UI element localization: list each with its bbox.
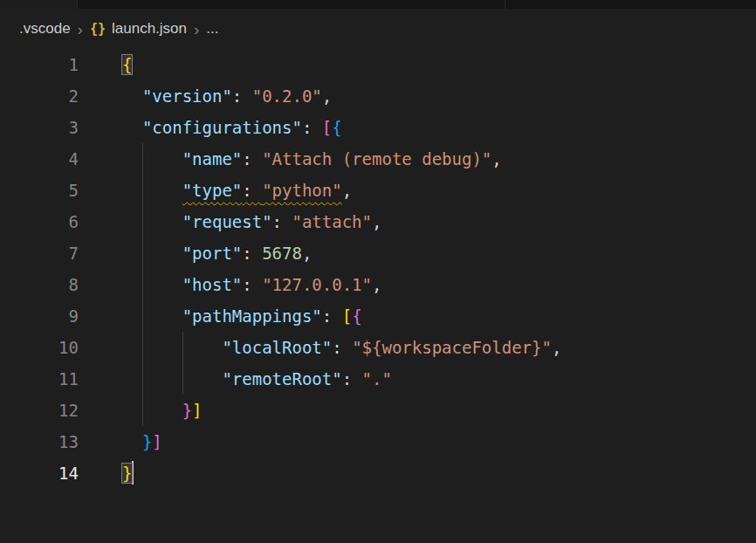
code-token: : [242, 275, 262, 294]
code-token: } [142, 432, 152, 451]
line-number[interactable]: 5 [0, 175, 79, 206]
chevron-right-icon: › [71, 21, 90, 38]
chevron-right-icon: › [187, 21, 206, 38]
line-number[interactable]: 10 [0, 332, 79, 363]
code-token [122, 401, 182, 420]
indent-guide [142, 269, 143, 300]
code-token: : [242, 181, 262, 200]
code-token: 5678 [262, 244, 302, 263]
code-token: , [322, 86, 332, 106]
line-number[interactable]: 8 [0, 269, 79, 300]
code-token: } [122, 464, 132, 483]
code-line-content: }] [122, 395, 203, 426]
code-token: : [242, 244, 262, 263]
line-number[interactable]: 4 [0, 143, 79, 175]
indent-guide [142, 175, 143, 206]
code-line[interactable]: 11 "remoteRoot": "." [0, 363, 756, 395]
indent-guide [182, 363, 183, 395]
indent-guide [142, 363, 143, 395]
indent-guide [142, 206, 143, 237]
code-token: , [302, 244, 312, 263]
line-number[interactable]: 9 [0, 300, 79, 332]
indent-guide [142, 143, 143, 175]
code-line-content: "version": "0.2.0", [122, 80, 332, 112]
code-token [122, 432, 142, 451]
code-line[interactable]: 9 "pathMappings": [{ [0, 300, 756, 332]
code-token [122, 181, 182, 200]
line-number[interactable]: 2 [0, 80, 79, 112]
code-line-content: "pathMappings": [{ [122, 300, 362, 332]
code-token: [ [342, 306, 352, 326]
code-token: { [122, 55, 132, 74]
line-number[interactable]: 12 [0, 395, 79, 426]
code-token [122, 118, 142, 137]
code-line-content: } [122, 457, 134, 489]
code-token: "0.2.0" [252, 86, 322, 106]
code-token [122, 149, 182, 168]
code-line[interactable]: 5 "type": "python", [0, 175, 756, 206]
code-token: "name" [182, 149, 243, 168]
code-token [122, 369, 222, 388]
code-line[interactable]: 1{ [0, 49, 756, 80]
line-number[interactable]: 7 [0, 237, 79, 269]
code-token: : [272, 212, 292, 231]
tab-bar [0, 0, 756, 9]
code-token: { [332, 118, 341, 137]
code-area[interactable]: 1{2 "version": "0.2.0",3 "configurations… [0, 49, 756, 489]
code-token: : [342, 369, 362, 388]
code-token: "type" [182, 181, 243, 200]
line-number[interactable]: 11 [0, 363, 79, 395]
breadcrumb: .vscode › {} launch.json › ... [0, 9, 756, 49]
code-line[interactable]: 3 "configurations": [{ [0, 112, 756, 143]
code-line[interactable]: 6 "request": "attach", [0, 206, 756, 237]
code-line[interactable]: 8 "host": "127.0.0.1", [0, 269, 756, 300]
code-line[interactable]: 10 "localRoot": "${workspaceFolder}", [0, 332, 756, 363]
code-line[interactable]: 14} [0, 457, 756, 489]
code-line-content: "configurations": [{ [122, 112, 342, 143]
line-number[interactable]: 6 [0, 206, 79, 237]
code-token: { [352, 306, 361, 326]
code-line[interactable]: 7 "port": 5678, [0, 237, 756, 269]
code-token: "remoteRoot" [222, 369, 341, 388]
indent-guide [182, 332, 183, 363]
code-line-content: "type": "python", [122, 175, 352, 206]
code-token: , [372, 212, 381, 231]
line-number[interactable]: 13 [0, 426, 79, 457]
code-line-content: "remoteRoot": "." [122, 363, 392, 395]
code-line[interactable]: 13 }] [0, 426, 756, 457]
code-token: , [342, 181, 352, 200]
code-token: "${workspaceFolder}" [352, 338, 552, 357]
line-number[interactable]: 3 [0, 112, 79, 143]
text-cursor [132, 461, 134, 485]
line-number[interactable]: 14 [0, 457, 79, 489]
code-line[interactable]: 4 "name": "Attach (remote debug)", [0, 143, 756, 175]
code-token: : [302, 118, 322, 137]
code-line[interactable]: 12 }] [0, 395, 756, 426]
code-line-content: { [122, 49, 132, 80]
code-token [122, 244, 182, 263]
code-token: "host" [182, 275, 243, 294]
code-token: ] [192, 401, 202, 420]
breadcrumb-folder[interactable]: .vscode [19, 20, 71, 38]
code-line[interactable]: 2 "version": "0.2.0", [0, 80, 756, 112]
code-token: "python" [262, 181, 342, 200]
code-token: "Attach (remote debug)" [262, 149, 491, 168]
code-line-content: "request": "attach", [122, 206, 381, 237]
json-file-icon: {} [90, 21, 106, 37]
code-line-content: "port": 5678, [122, 237, 312, 269]
code-token: "configurations" [142, 118, 302, 137]
indent-guide [142, 395, 143, 426]
indent-guide [142, 300, 143, 332]
breadcrumb-file[interactable]: launch.json [112, 20, 187, 38]
line-number[interactable]: 1 [0, 49, 79, 80]
active-tab-edge[interactable] [0, 0, 77, 9]
code-line-content: "host": "127.0.0.1", [122, 269, 381, 300]
code-token: : [322, 306, 342, 326]
indent-guide [142, 237, 143, 269]
tab-separator [77, 0, 78, 9]
code-token: "version" [142, 86, 232, 106]
breadcrumb-symbol[interactable]: ... [206, 20, 218, 38]
code-token: , [552, 338, 561, 357]
code-token: } [182, 401, 192, 420]
code-token: "attach" [292, 212, 372, 231]
